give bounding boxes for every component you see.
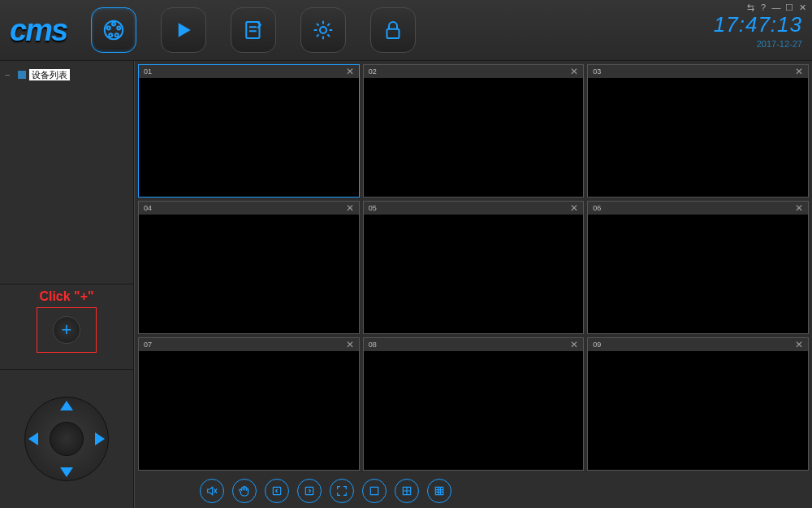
ptz-left-button[interactable] bbox=[28, 432, 38, 445]
tree-root-label: 设备列表 bbox=[29, 69, 70, 80]
svg-point-2 bbox=[117, 27, 120, 30]
tree-collapse-icon[interactable]: − bbox=[5, 70, 15, 80]
video-tile-08[interactable]: 08✕ bbox=[363, 337, 585, 471]
tile-header: 08✕ bbox=[364, 338, 584, 351]
add-device-zone: Click "+" + bbox=[0, 284, 133, 370]
window-controls: ⇆ ? — ☐ ✕ bbox=[744, 2, 809, 13]
video-tile-09[interactable]: 09✕ bbox=[587, 337, 809, 471]
video-tile-07[interactable]: 07✕ bbox=[138, 337, 360, 471]
bottom-toolbar bbox=[135, 474, 812, 508]
clock: 17:47:13 2017-12-27 bbox=[714, 12, 802, 49]
video-tile-03[interactable]: 03✕ bbox=[587, 64, 809, 198]
prev-page-button[interactable] bbox=[265, 479, 289, 503]
tile-number: 07 bbox=[144, 341, 346, 349]
tile-close-button[interactable]: ✕ bbox=[795, 339, 803, 350]
log-button[interactable] bbox=[231, 7, 276, 53]
svg-point-5 bbox=[107, 27, 110, 30]
play-icon bbox=[171, 18, 196, 42]
tile-header: 01✕ bbox=[139, 65, 359, 78]
tile-header: 05✕ bbox=[364, 202, 584, 215]
tile-header: 03✕ bbox=[588, 65, 808, 78]
tile-header: 07✕ bbox=[139, 338, 359, 351]
ptz-up-button[interactable] bbox=[60, 401, 73, 410]
log-icon bbox=[241, 18, 266, 42]
swap-icon[interactable]: ⇆ bbox=[744, 2, 757, 13]
tile-number: 08 bbox=[369, 341, 571, 349]
layout9-icon bbox=[433, 484, 446, 497]
layout-1-button[interactable] bbox=[362, 479, 387, 503]
add-annotation: Click "+" bbox=[39, 289, 93, 304]
ptz-center-button[interactable] bbox=[50, 422, 84, 456]
video-tile-04[interactable]: 04✕ bbox=[138, 201, 360, 334]
device-list-icon bbox=[18, 71, 26, 79]
minimize-icon[interactable]: — bbox=[770, 2, 783, 13]
tile-close-button[interactable]: ✕ bbox=[570, 339, 578, 350]
tile-number: 02 bbox=[369, 67, 571, 76]
tile-close-button[interactable]: ✕ bbox=[346, 66, 354, 77]
tile-header: 02✕ bbox=[364, 65, 584, 78]
clock-time: 17:47:13 bbox=[714, 12, 802, 37]
layout-4-button[interactable] bbox=[395, 479, 419, 503]
lock-button[interactable] bbox=[370, 7, 416, 53]
add-annotation-box: + bbox=[37, 307, 97, 353]
prev-icon bbox=[270, 484, 283, 497]
tile-close-button[interactable]: ✕ bbox=[346, 202, 354, 214]
mute-button[interactable] bbox=[200, 479, 224, 503]
grab-button[interactable] bbox=[232, 479, 257, 503]
reel-icon bbox=[102, 18, 126, 42]
svg-rect-11 bbox=[370, 487, 378, 494]
layout1-icon bbox=[368, 484, 381, 497]
ptz-pad bbox=[18, 390, 115, 488]
video-tile-05[interactable]: 05✕ bbox=[363, 201, 585, 334]
device-tree: − 设备列表 bbox=[0, 61, 133, 284]
next-page-button[interactable] bbox=[297, 479, 322, 503]
tile-close-button[interactable]: ✕ bbox=[795, 202, 803, 214]
help-icon[interactable]: ? bbox=[757, 2, 770, 13]
video-tile-01[interactable]: 01✕ bbox=[138, 64, 360, 198]
tile-close-button[interactable]: ✕ bbox=[570, 202, 578, 214]
tile-close-button[interactable]: ✕ bbox=[346, 339, 354, 350]
gear-icon bbox=[311, 18, 335, 42]
ptz-panel bbox=[0, 370, 133, 508]
playback-button[interactable] bbox=[161, 7, 206, 53]
tile-number: 03 bbox=[593, 67, 795, 76]
svg-rect-9 bbox=[273, 487, 280, 494]
tile-number: 01 bbox=[144, 67, 346, 76]
fullscreen-icon bbox=[335, 484, 348, 497]
app-logo: cms bbox=[10, 13, 67, 48]
tile-number: 09 bbox=[593, 341, 795, 349]
main-panel: 01✕02✕03✕04✕05✕06✕07✕08✕09✕ bbox=[134, 61, 812, 508]
svg-point-3 bbox=[115, 33, 119, 37]
header-bar: cms 17:47:13 2017-12-27 bbox=[0, 0, 812, 61]
layout4-icon bbox=[400, 484, 413, 497]
ptz-right-button[interactable] bbox=[95, 432, 105, 445]
tile-header: 09✕ bbox=[588, 338, 808, 351]
tree-root[interactable]: − 设备列表 bbox=[5, 69, 128, 80]
layout-9-button[interactable] bbox=[427, 479, 451, 503]
clock-date: 2017-12-27 bbox=[714, 39, 802, 49]
close-icon[interactable]: ✕ bbox=[796, 2, 809, 13]
video-grid: 01✕02✕03✕04✕05✕06✕07✕08✕09✕ bbox=[135, 61, 812, 474]
svg-rect-8 bbox=[387, 29, 400, 38]
lock-icon bbox=[381, 18, 405, 42]
settings-button[interactable] bbox=[300, 7, 346, 53]
ptz-down-button[interactable] bbox=[60, 467, 73, 477]
tile-number: 04 bbox=[144, 204, 346, 212]
video-tile-06[interactable]: 06✕ bbox=[587, 201, 809, 334]
hand-icon bbox=[238, 484, 251, 497]
maximize-icon[interactable]: ☐ bbox=[783, 2, 796, 13]
tile-close-button[interactable]: ✕ bbox=[795, 66, 803, 77]
tile-close-button[interactable]: ✕ bbox=[570, 66, 578, 77]
add-device-button[interactable]: + bbox=[53, 316, 80, 344]
tile-number: 06 bbox=[593, 204, 795, 212]
svg-point-1 bbox=[112, 23, 115, 26]
live-view-button[interactable] bbox=[91, 7, 136, 53]
next-icon bbox=[303, 484, 316, 497]
video-tile-02[interactable]: 02✕ bbox=[363, 64, 585, 198]
plus-icon: + bbox=[62, 319, 72, 341]
fullscreen-button[interactable] bbox=[330, 479, 354, 503]
svg-point-4 bbox=[109, 33, 112, 37]
tile-header: 04✕ bbox=[139, 202, 359, 215]
tile-number: 05 bbox=[369, 204, 571, 212]
svg-rect-6 bbox=[246, 22, 259, 38]
